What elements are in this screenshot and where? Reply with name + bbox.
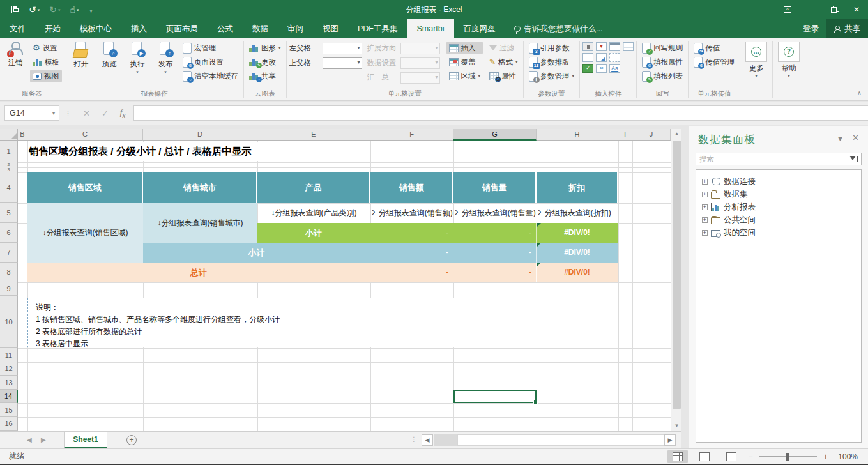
tab-formulas[interactable]: 公式 xyxy=(208,19,243,38)
tree-item-analysis-report[interactable]: +分析报表 xyxy=(696,201,861,213)
scroll-down-button[interactable]: ▼ xyxy=(672,421,681,431)
scroll-up-button[interactable]: ▲ xyxy=(672,129,681,139)
view-button[interactable]: 视图 xyxy=(30,70,62,82)
cell-product-group[interactable]: ↓分组报表查询(产品类别) xyxy=(257,203,370,223)
enter-formula-button[interactable]: ✓ xyxy=(96,109,114,118)
column-header-B[interactable]: B xyxy=(18,129,27,141)
row-header-7[interactable]: 7 xyxy=(0,243,18,263)
transfer-button[interactable]: ↷传值 xyxy=(691,42,737,54)
open-button[interactable]: 打开 xyxy=(68,40,95,82)
param-manage-button[interactable]: ⋮参数管理▾ xyxy=(526,70,577,82)
change-chart-button[interactable]: ✎更改 xyxy=(247,56,284,68)
vertical-scrollbar[interactable]: ▲ ▼ xyxy=(671,129,681,431)
logout-button[interactable]: − 注销 xyxy=(2,40,29,82)
customize-qat-button[interactable]: ▾ xyxy=(89,6,94,13)
format-button[interactable]: ✎格式▾ xyxy=(487,56,521,68)
normal-view-button[interactable] xyxy=(667,450,688,463)
expand-icon[interactable]: + xyxy=(702,230,708,236)
add-sheet-button[interactable]: + xyxy=(126,435,137,445)
cell-total-sales[interactable]: - xyxy=(370,263,453,282)
calendar-control-icon[interactable] xyxy=(623,42,634,51)
expand-icon[interactable]: + xyxy=(702,179,708,185)
page-break-view-button[interactable] xyxy=(721,450,742,463)
column-header-F[interactable]: F xyxy=(370,129,453,141)
link-control-icon[interactable]: ∞ xyxy=(596,64,607,73)
tree-item-data-connection[interactable]: +数据连接 xyxy=(696,175,861,188)
prev-sheet-button[interactable]: ◀ xyxy=(27,436,32,443)
row-header-8[interactable]: 8 xyxy=(0,263,18,282)
row-header-12[interactable]: 12 xyxy=(0,362,18,376)
cell-quantity-sum[interactable]: Σ 分组报表查询(销售量) xyxy=(453,203,537,223)
expand-icon[interactable]: + xyxy=(702,192,708,197)
expand-icon[interactable]: + xyxy=(702,217,708,223)
cell-grand-total[interactable]: 总计 xyxy=(27,263,370,282)
tree-item-dataset[interactable]: +数据集 xyxy=(696,188,861,201)
tab-file[interactable]: 文件 xyxy=(0,19,35,38)
region-control-icon[interactable] xyxy=(609,53,620,62)
panel-search-input[interactable] xyxy=(696,155,849,163)
button-control-icon[interactable] xyxy=(582,42,593,51)
row-header-11[interactable]: 11 xyxy=(0,348,18,362)
tab-smartbi[interactable]: Smartbi xyxy=(407,19,454,38)
row-header-3[interactable]: 3 xyxy=(0,167,18,172)
column-header-H[interactable]: H xyxy=(537,129,618,141)
cell-total-quantity[interactable]: - xyxy=(453,263,537,282)
row-header-13[interactable]: 13 xyxy=(0,376,18,390)
horizontal-scroll-thumb[interactable] xyxy=(434,434,457,446)
insert-cell-button[interactable]: 插入 xyxy=(446,42,483,54)
properties-button[interactable]: ⚙属性 xyxy=(487,70,521,82)
page-setup-button[interactable]: ⚙页面设置 xyxy=(180,56,241,68)
panel-close-icon[interactable]: ✕ xyxy=(852,133,859,142)
name-box[interactable]: G14▾ xyxy=(4,105,59,121)
hscroll-left-button[interactable]: ◀ xyxy=(422,434,433,446)
tree-item-public-space[interactable]: +公共空间 xyxy=(696,213,861,226)
data-setting-select[interactable] xyxy=(400,57,440,69)
row-header-5[interactable]: 5 xyxy=(0,203,18,223)
panel-dropdown-icon[interactable]: ▼ xyxy=(837,135,844,142)
hscroll-right-button[interactable]: ▶ xyxy=(664,434,676,446)
macro-manage-button[interactable]: 宏管理 xyxy=(180,42,241,54)
picture-control-icon[interactable] xyxy=(596,53,607,62)
fill-props-button[interactable]: ⚙填报属性 xyxy=(639,56,685,68)
next-sheet-button[interactable]: ▶ xyxy=(41,436,46,443)
preview-button[interactable]: ⌕ 预览 xyxy=(96,40,123,82)
cancel-formula-button[interactable]: ✕ xyxy=(77,109,96,118)
horizontal-scroll-track[interactable] xyxy=(457,434,664,446)
collapse-ribbon-button[interactable]: ∧ xyxy=(857,89,862,96)
window-control-icon[interactable] xyxy=(609,42,620,51)
undo-button[interactable]: ↺▾ xyxy=(29,5,40,14)
share-button[interactable]: 共享 xyxy=(826,19,868,38)
column-header-E[interactable]: E xyxy=(257,129,370,141)
share-chart-button[interactable]: ◦共享 xyxy=(247,70,284,82)
login-button[interactable]: 登录 xyxy=(795,24,826,34)
formula-input[interactable] xyxy=(133,105,868,121)
expand-direction-select[interactable] xyxy=(400,43,440,54)
cell-city-subtotal[interactable]: 小计 xyxy=(143,243,370,263)
row-header-6[interactable]: 6 xyxy=(0,223,18,243)
filter-funnel-icon[interactable] xyxy=(849,155,858,163)
touch-mode-button[interactable]: ☝▾ xyxy=(70,5,79,14)
zoom-slider[interactable] xyxy=(759,456,817,457)
tab-view[interactable]: 视图 xyxy=(313,19,348,38)
tab-page-layout[interactable]: 页面布局 xyxy=(156,19,208,38)
table-header-sales[interactable]: 销售额 xyxy=(370,172,453,203)
cell-subtotal-sales[interactable]: - xyxy=(370,223,453,243)
clear-cache-button[interactable]: ○清空本地缓存 xyxy=(180,70,241,82)
ribbon-display-options-button[interactable]: ^ xyxy=(776,0,799,19)
help-button[interactable]: ? 帮助▾ xyxy=(775,40,802,79)
row-header-1[interactable]: 1 xyxy=(0,141,18,162)
formula-bar-handle[interactable]: ⋮ xyxy=(59,109,77,118)
region-button[interactable]: 区域▾ xyxy=(446,70,483,82)
top-parent-select[interactable] xyxy=(323,57,362,69)
column-header-G[interactable]: G xyxy=(453,129,537,141)
row-header-9[interactable]: 9 xyxy=(0,282,18,296)
tab-data[interactable]: 数据 xyxy=(243,19,278,38)
cell-city-subtotal-quantity[interactable]: - xyxy=(453,243,537,263)
ref-param-button[interactable]: 3引用参数 xyxy=(526,42,577,54)
zoom-in-button[interactable]: + xyxy=(823,452,828,462)
restore-button[interactable] xyxy=(822,0,845,19)
text-style-control-icon[interactable]: Aa xyxy=(609,64,620,73)
row-header-14[interactable]: 14 xyxy=(0,390,18,403)
selected-cell-G14[interactable] xyxy=(453,390,537,403)
more-button[interactable]: … 更多▾ xyxy=(743,40,770,79)
